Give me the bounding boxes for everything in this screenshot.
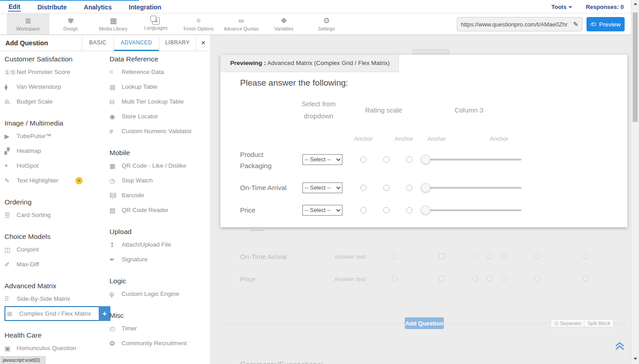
anchor-label: Anchor [483, 135, 515, 142]
tools-menu[interactable]: Tools [551, 4, 573, 10]
item-barcode[interactable]: ‖|‖ Barcode [109, 188, 211, 203]
item-custom-numeric-validator[interactable]: # Custom Numeric Validator [109, 124, 211, 139]
toolbar-media-library[interactable]: ▦ Media Library [92, 13, 135, 35]
section-title: Advanced Matrix [4, 281, 106, 291]
tab-basic[interactable]: BASIC [82, 35, 114, 51]
item-complex-grid-flex-matrix[interactable]: ⊞ Complex Grid / Flex Matrix + [4, 306, 100, 321]
tab-library[interactable]: LIBRARY [159, 35, 196, 51]
scrollbar-up-arrow-icon[interactable] [634, 3, 637, 5]
toolbar-advance-quotas[interactable]: ∞ Advance Quotas [220, 13, 263, 35]
survey-url-input[interactable] [461, 21, 571, 28]
slider-handle[interactable] [421, 155, 430, 164]
ghost-radio [534, 276, 540, 282]
item-heatmap[interactable]: ▞ Heatmap [4, 143, 106, 158]
edit-url-pencil-icon[interactable]: ✎ [573, 21, 578, 28]
item-card-sorting[interactable]: ☰ Card Sorting [4, 208, 106, 222]
item-side-by-side-matrix[interactable]: ⠿ Side-By-Side Matrix [4, 291, 106, 306]
item-tubepulse[interactable]: ▶ TubePulse™ [4, 129, 106, 143]
slider-track[interactable] [422, 159, 521, 160]
rating-radio[interactable] [383, 185, 390, 191]
item-stop-watch[interactable]: ◷ Stop Watch [109, 173, 211, 188]
anchor-label: Anchor [388, 135, 420, 142]
tab-advanced[interactable]: ADVANCED [114, 35, 159, 51]
panel-column-2: Data Reference ⌗ Reference Data ▤ Lookup… [109, 51, 211, 351]
top-nav: Edit Distribute Analytics Integration To… [0, 0, 639, 13]
rating-radio[interactable] [360, 156, 367, 163]
nav-analytics[interactable]: Analytics [83, 2, 112, 11]
close-icon[interactable]: ✕ [196, 35, 210, 51]
item-attach-upload-file[interactable]: ↥ Attach/Upload File [109, 237, 211, 252]
rating-radio[interactable] [383, 156, 390, 163]
row-dropdown[interactable]: -- Select -- [302, 154, 342, 165]
item-lookup-table[interactable]: ▤ Lookup Table [109, 79, 211, 94]
comments-suggestions-label: Comments/Suggestions: [240, 360, 323, 364]
add-question-button[interactable]: Add Question [405, 317, 444, 329]
page-scrollbar[interactable] [631, 0, 639, 364]
workspace-area: On-Time Arrival Answer text Price Answer… [211, 35, 639, 364]
section-title: Customer Satisfaction [4, 54, 106, 65]
bar-chart-icon: ılı. [4, 98, 17, 105]
item-hotspot[interactable]: ⌖ HotSpot [4, 158, 106, 173]
item-qr-code-reader[interactable]: ▧ QR Code Reader [109, 203, 211, 217]
scroll-to-top-icon[interactable] [614, 340, 626, 351]
slider-handle[interactable] [421, 205, 430, 215]
side-by-side-matrix-icon: ⠿ [4, 295, 17, 303]
item-signature[interactable]: ✒ Signature [109, 252, 211, 267]
toolbar-design[interactable]: ✾ Design [49, 13, 92, 35]
nav-distribute[interactable]: Distribute [37, 2, 67, 11]
rating-radio[interactable] [360, 207, 367, 213]
upload-icon: ↥ [109, 241, 122, 248]
row-dropdown[interactable]: -- Select -- [302, 205, 342, 216]
scrollbar-down-arrow-icon[interactable] [634, 358, 637, 360]
ghost-radio [501, 253, 507, 259]
rating-radio[interactable] [406, 207, 412, 213]
slider-track[interactable] [422, 187, 521, 189]
add-complex-grid-button[interactable]: + [99, 306, 110, 321]
variables-icon: ❖ [280, 17, 287, 26]
panel-header: Add Question BASIC ADVANCED LIBRARY ✕ [0, 35, 210, 51]
toolbar-variables[interactable]: ❖ Variables [263, 13, 305, 35]
item-homunculus-question[interactable]: ▣ Homunculus Question [4, 341, 106, 355]
slider-handle[interactable] [421, 183, 430, 192]
item-max-diff[interactable]: ✐ Max-Diff [4, 257, 106, 272]
item-text-highlighter[interactable]: ✎ Text Highlighter ✦ [4, 173, 106, 188]
row-dropdown[interactable]: -- Select -- [302, 182, 342, 193]
item-store-locator[interactable]: ◉ Store Locator [109, 109, 211, 124]
slider-track[interactable] [422, 209, 521, 211]
section-mobile: Mobile ▦ QR Code - Like / Dislike ◷ Stop… [109, 147, 211, 217]
rating-radio[interactable] [360, 185, 367, 191]
item-reference-data[interactable]: ⌗ Reference Data [109, 65, 211, 79]
toolbar-settings[interactable]: ⚙ Settings [305, 13, 348, 35]
item-qr-code-like-dislike[interactable]: ▦ QR Code - Like / Dislike [109, 158, 211, 173]
nav-edit[interactable]: Edit [8, 2, 21, 12]
section-title: Misc [109, 310, 211, 321]
section-ordering: Ordering ☰ Card Sorting [4, 197, 106, 222]
item-net-promoter-score[interactable]: ①⑤ Net Promoter Score [4, 65, 106, 79]
price-tag-icon: ⧫ [4, 83, 17, 91]
preview-button[interactable]: Preview [586, 17, 625, 31]
item-multi-tier-lookup-table[interactable]: ⊟ Multi Tier Lookup Table [109, 94, 211, 109]
split-block-button[interactable]: Split Block [584, 319, 614, 327]
eye-icon [591, 22, 596, 26]
scrollbar-thumb[interactable] [633, 13, 638, 122]
item-custom-logic-engine[interactable]: ψ Custom Logic Engine [109, 286, 211, 301]
section-title: Health Care [4, 330, 106, 341]
item-community-recruitment[interactable]: ❂ Community Recruitment [109, 336, 211, 351]
rating-radio[interactable] [406, 156, 412, 163]
rating-radio[interactable] [383, 207, 390, 213]
ghost-radio [583, 276, 589, 282]
numeric-validator-icon: # [109, 128, 122, 135]
item-timer[interactable]: ◴ Timer [109, 321, 211, 336]
caret-down-icon [569, 6, 572, 8]
ghost-checkbox [439, 276, 445, 282]
separator-toggle-button[interactable]: ☑ Separator [551, 319, 585, 327]
item-van-westendorp[interactable]: ⧫ Van Westendorp [4, 79, 106, 94]
rating-radio[interactable] [406, 185, 412, 191]
toolbar-finish-options[interactable]: ✧ Finish Options [177, 13, 220, 35]
toolbar-languages[interactable]: A Languages [135, 13, 177, 35]
nav-integration[interactable]: Integration [128, 2, 162, 11]
responses-count[interactable]: Responses: 0 [586, 4, 624, 10]
item-budget-scale[interactable]: ılı. Budget Scale [4, 94, 106, 109]
item-conjoint[interactable]: ◫ Conjoint [4, 242, 106, 257]
toolbar-workspace[interactable]: ≣ Workspace [7, 13, 49, 35]
